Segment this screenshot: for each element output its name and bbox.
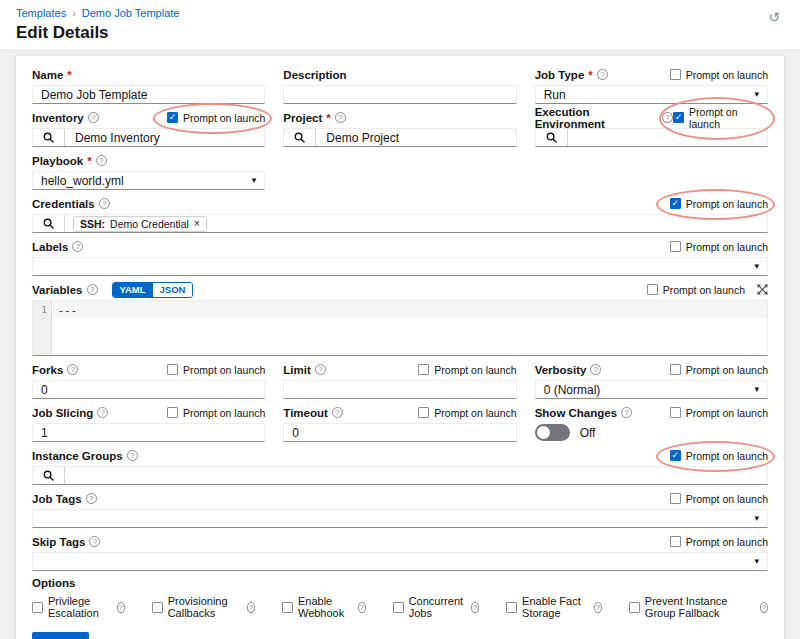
help-icon[interactable]: ? [662,112,673,123]
job-tags-prompt-checkbox[interactable] [670,493,681,504]
project-value[interactable]: Demo Project [316,131,515,145]
field-credentials: Credentials ? Prompt on launch [32,196,768,233]
field-labels: Labels ? Prompt on launch ▾ [32,239,768,276]
project-search-button[interactable] [284,129,316,146]
playbook-select[interactable]: hello_world.yml ▾ [32,171,265,190]
help-icon[interactable]: ? [97,407,108,418]
limit-prompt-checkbox[interactable] [418,364,429,375]
credentials-prompt-checkbox[interactable] [670,198,681,209]
field-skip-tags: Skip Tags ? Prompt on launch ▾ [32,534,768,571]
json-mode-button[interactable]: JSON [153,283,193,297]
labels-prompt-checkbox[interactable] [670,241,681,252]
help-icon[interactable]: ? [67,364,78,375]
help-icon[interactable]: ? [96,155,107,166]
privilege-escalation-checkbox[interactable] [32,602,43,613]
help-icon[interactable]: ? [89,536,100,547]
verbosity-prompt-checkbox[interactable] [670,364,681,375]
show-changes-prompt-on-launch: Prompt on launch [670,407,768,419]
forks-prompt-checkbox[interactable] [167,364,178,375]
enable-webhook-checkbox[interactable] [282,602,293,613]
required-asterisk: * [588,69,592,81]
show-changes-prompt-checkbox[interactable] [670,407,681,418]
help-icon[interactable]: ? [117,602,125,613]
help-icon[interactable]: ? [332,407,343,418]
option-prevent-instance-group-fallback: Prevent Instance Group Fallback ? [629,595,768,619]
code-line: --- [52,301,767,318]
field-inventory: Inventory ? Prompt on launch Demo Invent… [32,110,265,147]
instance-groups-prompt-on-launch: Prompt on launch [670,450,768,462]
prevent-instance-group-fallback-checkbox[interactable] [629,602,640,613]
inventory-prompt-checkbox[interactable] [167,112,178,123]
close-icon[interactable]: × [194,219,200,229]
help-icon[interactable]: ? [597,69,608,80]
line-number: 1 [33,304,47,315]
help-icon[interactable]: ? [471,602,479,613]
field-project: Project* ? Demo Project [283,110,516,147]
help-icon[interactable]: ? [86,493,97,504]
description-input-box [283,85,516,104]
help-icon[interactable]: ? [358,602,366,613]
credential-chip-name: Demo Credential [110,218,189,230]
save-button[interactable]: Save [32,632,89,639]
field-job-type: Job Type* ? Prompt on launch Run ▾ [535,67,768,104]
variables-prompt-checkbox[interactable] [647,284,658,295]
help-icon[interactable]: ? [590,364,601,375]
job-slicing-prompt-checkbox[interactable] [167,407,178,418]
provisioning-callbacks-checkbox[interactable] [152,602,163,613]
name-input[interactable] [33,86,264,103]
expand-icon[interactable] [757,284,768,295]
instance-groups-prompt-checkbox[interactable] [670,450,681,461]
help-icon[interactable]: ? [88,112,99,123]
verbosity-label: Verbosity ? [535,364,602,376]
field-forks: Forks ? Prompt on launch [32,362,265,399]
limit-input[interactable] [284,381,515,398]
help-icon[interactable]: ? [72,241,83,252]
help-icon[interactable]: ? [99,198,110,209]
forks-input[interactable] [33,381,264,398]
job-tags-select[interactable]: ▾ [32,509,768,528]
history-icon[interactable]: ↺ [768,10,780,24]
search-icon [294,132,305,143]
instance-groups-search-button[interactable] [33,467,65,484]
labels-select[interactable]: ▾ [32,257,768,276]
inventory-value[interactable]: Demo Inventory [65,131,264,145]
timeout-prompt-checkbox[interactable] [418,407,429,418]
help-icon[interactable]: ? [315,364,326,375]
job-slicing-input[interactable] [33,424,264,441]
timeout-input[interactable] [284,424,515,441]
help-icon[interactable]: ? [621,407,632,418]
skip-tags-prompt-checkbox[interactable] [670,536,681,547]
search-icon [43,218,54,229]
timeout-label: Timeout ? [283,407,343,419]
yaml-mode-button[interactable]: YAML [113,283,153,297]
concurrent-jobs-checkbox[interactable] [393,602,404,613]
inventory-search-button[interactable] [33,129,65,146]
breadcrumb-current-link[interactable]: Demo Job Template [82,7,180,20]
options-row: Privilege Escalation ? Provisioning Call… [32,595,768,619]
help-icon[interactable]: ? [760,602,768,613]
description-input[interactable] [284,86,515,103]
credentials-search-button[interactable] [33,215,65,232]
breadcrumb-templates-link[interactable]: Templates [16,7,66,20]
verbosity-prompt-on-launch: Prompt on launch [670,364,768,376]
enable-fact-storage-checkbox[interactable] [506,602,517,613]
skip-tags-select[interactable]: ▾ [32,552,768,571]
limit-prompt-on-launch: Prompt on launch [418,364,516,376]
help-icon[interactable]: ? [247,602,255,613]
verbosity-select[interactable]: 0 (Normal) ▾ [535,380,768,399]
help-icon[interactable]: ? [87,284,98,295]
search-icon [43,132,54,143]
help-icon[interactable]: ? [594,602,602,613]
show-changes-toggle[interactable] [535,424,570,441]
variables-code-editor[interactable]: 1 --- [32,300,768,356]
help-icon[interactable]: ? [335,112,346,123]
job-slicing-prompt-on-launch: Prompt on launch [167,407,265,419]
forks-prompt-on-launch: Prompt on launch [167,364,265,376]
credential-chip[interactable]: SSH: Demo Credential × [73,216,207,232]
execution-environment-search-button[interactable] [536,129,568,146]
job-type-select[interactable]: Run ▾ [535,85,768,104]
execution-environment-prompt-checkbox[interactable] [673,112,684,123]
job-type-prompt-checkbox[interactable] [670,69,681,80]
field-limit: Limit ? Prompt on launch [283,362,516,399]
help-icon[interactable]: ? [127,450,138,461]
